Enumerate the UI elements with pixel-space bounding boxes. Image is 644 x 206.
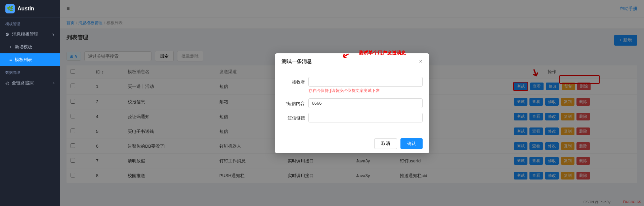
modal-body: 接收者 存在占位符{}请替换占位符文案测试下发! *短信内容 <box>275 70 429 134</box>
sidebar-item-template-list[interactable]: ≡ 模板列表 <box>0 53 60 66</box>
sidebar-item-label: 新增模板 <box>15 44 32 50</box>
receiver-label: 接收者 <box>282 77 308 85</box>
sidebar-item-msg-template[interactable]: ⚙ 消息模板管理 ∨ <box>0 28 60 41</box>
sms-content-label: *短信内容 <box>282 98 308 107</box>
receiver-hint: 存在占位符{}请替换占位符文案测试下发! <box>308 88 423 94</box>
sidebar-item-label: 全链路追踪 <box>12 80 34 86</box>
modal-overlay[interactable]: 测试一条消息 × 接收者 存在占位符{}请替换占位符文案测试下发! *短信内 <box>60 0 644 206</box>
sidebar-item-label: 消息模板管理 <box>12 31 38 37</box>
main-area: ≡ 帮助手册 首页 / 消息模板管理 / 模板列表 列表管理 + 新增 ⊞ ∨ <box>60 0 644 206</box>
app-name: Austin <box>17 6 34 12</box>
chevron-right-icon: › <box>53 81 54 85</box>
list-icon: ≡ <box>9 57 12 62</box>
sms-link-input[interactable] <box>308 113 423 122</box>
sms-content-field <box>308 98 423 108</box>
sidebar-item-trace[interactable]: ◎ 全链路追踪 › <box>0 76 60 89</box>
sidebar: 🌿 Austin 模板管理 ⚙ 消息模板管理 ∨ + 新增模板 ≡ 模板列表 数… <box>0 0 60 206</box>
app-logo-icon: 🌿 <box>5 4 15 13</box>
receiver-input[interactable] <box>308 77 423 87</box>
chevron-down-icon: ∨ <box>52 33 54 36</box>
sidebar-item-label: 模板列表 <box>15 57 32 63</box>
sms-content-input[interactable] <box>308 98 423 108</box>
gear-icon: ⚙ <box>5 32 9 37</box>
modal-title: 测试一条消息 <box>282 58 312 65</box>
sms-link-label: 短信链接 <box>282 113 308 121</box>
receiver-field: 存在占位符{}请替换占位符文案测试下发! <box>308 77 423 94</box>
modal-footer: 取消 确认 <box>275 134 429 153</box>
section-title-template: 模板管理 <box>0 17 60 28</box>
receiver-form-row: 接收者 存在占位符{}请替换占位符文案测试下发! <box>282 77 423 94</box>
confirm-button[interactable]: 确认 <box>400 138 423 149</box>
cancel-button[interactable]: 取消 <box>374 138 397 149</box>
modal-header: 测试一条消息 × <box>275 53 429 70</box>
sms-content-form-row: *短信内容 <box>282 98 423 108</box>
section-title-data: 数据管理 <box>0 66 60 76</box>
sms-link-form-row: 短信链接 <box>282 113 423 122</box>
modal-close-button[interactable]: × <box>419 58 423 65</box>
sidebar-logo[interactable]: 🌿 Austin <box>0 0 60 17</box>
trace-icon: ◎ <box>5 81 9 86</box>
plus-icon: + <box>9 45 12 50</box>
sidebar-item-new-template[interactable]: + 新增模板 <box>0 41 60 53</box>
sms-link-field <box>308 113 423 122</box>
test-message-modal: 测试一条消息 × 接收者 存在占位符{}请替换占位符文案测试下发! *短信内 <box>275 53 429 153</box>
